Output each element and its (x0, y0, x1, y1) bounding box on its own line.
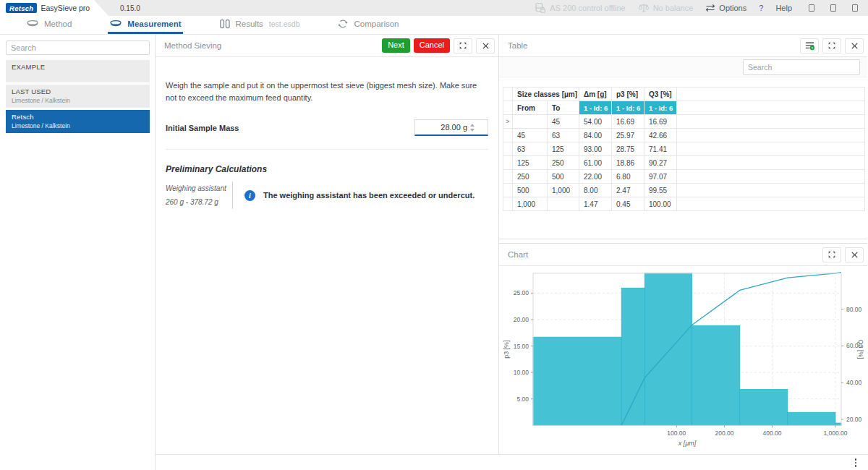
sieving-instruction: Weigh the sample and put it on the upper… (166, 80, 488, 103)
sieve-icon (26, 20, 39, 29)
table-row[interactable]: 6312593.0028.7571.41 (503, 142, 865, 156)
tab-comparison[interactable]: Comparison (336, 16, 400, 34)
cell-dm: 54.00 (579, 115, 612, 129)
close-panel-button[interactable] (476, 38, 495, 54)
series-id-header[interactable]: 1 - Id: 6 (612, 101, 644, 115)
cell-to: 1,000 (548, 184, 579, 197)
sidebar-item-example[interactable]: EXAMPLE (6, 60, 150, 82)
mass-stepper[interactable] (470, 124, 475, 132)
sidebar-item-retsch[interactable]: RetschLimestone / Kalkstein (6, 110, 150, 133)
kebab-menu-icon[interactable] (855, 458, 857, 467)
tab-results[interactable]: Results test.esdb (218, 16, 302, 34)
cell-dm: 84.00 (579, 129, 612, 142)
maximize-button[interactable] (830, 4, 836, 12)
close-window-button[interactable] (852, 4, 858, 12)
method-panel-actions: Next Cancel (382, 38, 498, 54)
col-header-to: To (548, 101, 579, 115)
table-row[interactable]: >4554.0016.6916.69 (503, 115, 865, 129)
table-subheader-row: FromTo1 - Id: 61 - Id: 61 - Id: 6 (503, 101, 865, 115)
table-search-input[interactable] (743, 59, 860, 75)
tab-method[interactable]: Method (25, 16, 73, 34)
method-sieving-panel: Method Sieving Next Cancel (156, 35, 499, 454)
cell-to (548, 197, 579, 211)
sidebar-list: EXAMPLELAST USEDLimestone / KalksteinRet… (6, 60, 150, 133)
col-header-p3: p3 [%] (612, 87, 644, 101)
options-icon (705, 4, 715, 12)
info-icon: i (244, 190, 255, 201)
help-shortcut-button[interactable]: ? (759, 4, 763, 12)
close-table-button[interactable] (845, 38, 864, 54)
minimize-button[interactable] (809, 4, 814, 12)
row-marker (503, 156, 513, 170)
row-marker (503, 184, 513, 197)
method-panel-title: Method Sieving (164, 41, 221, 50)
cell-q3: 97.07 (644, 170, 677, 184)
cell-q3: 90.27 (644, 156, 677, 170)
table-row[interactable]: 12525061.0018.8690.27 (503, 156, 865, 170)
stepper-up-icon[interactable] (470, 124, 475, 127)
weighing-assistant-range: 260 g - 378.72 g (166, 195, 226, 209)
cell-dm: 93.00 (579, 142, 612, 156)
left-axis-tick-label: 5.00 (516, 396, 529, 403)
expand-panel-button[interactable] (454, 38, 472, 54)
table-row[interactable]: 25050022.006.8097.07 (503, 170, 865, 184)
cancel-button[interactable]: Cancel (414, 38, 450, 53)
right-axis-title: Q3 [%] (857, 339, 864, 359)
tab-measurement-label: Measurement (127, 20, 181, 28)
stepper-down-icon[interactable] (470, 129, 475, 132)
series-id-header[interactable]: 1 - Id: 6 (579, 101, 612, 115)
product-name: EasySieve pro (41, 4, 90, 12)
cell-q3: 42.66 (644, 129, 677, 142)
cell-q3: 71.41 (644, 142, 677, 156)
filler-cell (677, 156, 865, 170)
series-id-header[interactable]: 1 - Id: 6 (644, 101, 677, 115)
tab-measurement[interactable]: Measurement (108, 16, 182, 34)
close-icon (851, 42, 859, 50)
vertical-divider (232, 181, 233, 209)
filler-cell (677, 129, 865, 142)
x-axis-tick-label: 200.00 (715, 430, 733, 437)
initial-sample-mass-field[interactable] (414, 119, 488, 136)
options-button[interactable]: Options (705, 4, 746, 12)
close-icon (482, 42, 490, 50)
preliminary-calculations-title: Preliminary Calculations (166, 164, 488, 174)
cell-from: 45 (513, 129, 548, 142)
row-marker (503, 142, 513, 156)
row-marker (503, 129, 513, 142)
histogram-bar (644, 273, 692, 425)
sidebar-search-input[interactable] (6, 40, 150, 55)
weighing-warning-text: The weighing assistant has been exceeded… (263, 191, 475, 200)
device-status: AS 200 control offline (534, 2, 625, 14)
footer-bar (156, 454, 868, 470)
results-file-name: test.esdb (269, 20, 300, 28)
sidebar-item-sublabel: Limestone / Kalkstein (12, 122, 144, 129)
initial-sample-mass-input[interactable] (418, 123, 467, 132)
row-marker (503, 170, 513, 184)
left-axis-tick-label: 20.00 (514, 316, 529, 323)
close-chart-button[interactable] (845, 247, 864, 262)
chart-body: 5.0010.0015.0020.0025.0020.0040.0060.008… (499, 266, 867, 454)
list-settings-icon (804, 40, 815, 51)
tab-comparison-label: Comparison (354, 20, 399, 28)
comparison-icon (337, 19, 349, 29)
weighing-assistant-row: Weighing assistant 260 g - 378.72 g i Th… (166, 181, 488, 209)
left-axis-tick-label: 25.00 (514, 289, 529, 296)
table-row[interactable]: 5001,0008.002.4799.55 (503, 184, 865, 197)
expand-chart-button[interactable] (822, 247, 841, 262)
help-button[interactable]: Help (775, 4, 792, 12)
expand-icon (459, 41, 467, 50)
table-row[interactable]: 456384.0025.9742.66 (503, 129, 865, 142)
filler-cell (677, 197, 865, 211)
filler-cell (677, 115, 865, 129)
col-header-q3: Q3 [%] (644, 87, 677, 101)
filler-cell (677, 142, 865, 156)
next-button[interactable]: Next (382, 38, 410, 53)
app-version: 0.15.0 (120, 4, 140, 12)
table-view-options-button[interactable] (800, 38, 819, 54)
sidebar-item-last-used[interactable]: LAST USEDLimestone / Kalkstein (6, 85, 150, 108)
table-row[interactable]: 1,0001.470.45100.00 (503, 197, 865, 211)
sidebar-item-label: LAST USED (12, 87, 144, 95)
expand-table-button[interactable] (822, 38, 841, 54)
help-shortcut-label: ? (759, 4, 763, 12)
filler-cell (677, 101, 865, 115)
